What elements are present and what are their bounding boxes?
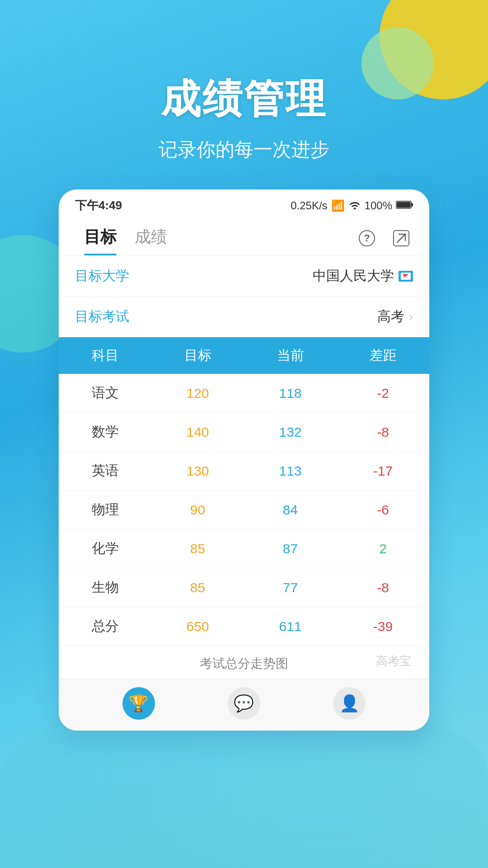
col-diff: 差距: [337, 337, 429, 374]
table-row: 英语130113-17: [59, 452, 429, 491]
flag-icon: 🚩: [399, 271, 413, 282]
cell-diff: 2: [337, 529, 429, 568]
status-right: 0.25K/s 📶 100%: [291, 199, 413, 212]
cell-current: 87: [244, 529, 337, 568]
battery-text: 100%: [365, 199, 392, 212]
status-time: 下午4:49: [75, 198, 122, 213]
exam-name: 高考: [377, 307, 404, 326]
target-university-value: 中国人民大学 🚩: [313, 267, 413, 285]
cell-subject: 化学: [59, 529, 151, 568]
phone-card: 下午4:49 0.25K/s 📶 100% 目标 成绩 ? 目标大学: [59, 189, 429, 731]
sub-title: 记录你的每一次进步: [0, 137, 488, 162]
help-button[interactable]: ?: [355, 226, 379, 250]
nav-btn-trophy[interactable]: 🏆: [122, 687, 155, 720]
svg-rect-1: [411, 203, 413, 207]
cell-subject: 数学: [59, 413, 151, 452]
cell-subject: 总分: [59, 607, 151, 646]
cell-current: 77: [244, 568, 337, 607]
cell-diff: -2: [337, 374, 429, 413]
cell-current: 132: [244, 413, 337, 452]
col-target: 目标: [151, 337, 244, 374]
cell-diff: -8: [337, 413, 429, 452]
tab-bar: 目标 成绩 ?: [59, 217, 429, 256]
wifi-icon: [348, 199, 361, 212]
cell-target: 85: [151, 529, 244, 568]
score-table: 科目 目标 当前 差距 语文120118-2数学140132-8英语130113…: [59, 337, 429, 646]
header-section: 成绩管理 记录你的每一次进步: [0, 0, 488, 162]
cell-target: 130: [151, 452, 244, 491]
table-header-row: 科目 目标 当前 差距: [59, 337, 429, 374]
cell-current: 113: [244, 452, 337, 491]
cell-subject: 语文: [59, 374, 151, 413]
main-title: 成绩管理: [0, 72, 488, 126]
table-row: 数学140132-8: [59, 413, 429, 452]
cell-diff: -8: [337, 568, 429, 607]
target-exam-row[interactable]: 目标考试 高考 ›: [59, 297, 429, 337]
cell-diff: -17: [337, 452, 429, 491]
col-subject: 科目: [59, 337, 151, 374]
cell-subject: 物理: [59, 491, 151, 529]
cell-target: 85: [151, 568, 244, 607]
signal-icon: 📶: [331, 199, 345, 212]
target-exam-label: 目标考试: [75, 307, 377, 326]
cell-diff: -6: [337, 491, 429, 529]
col-current: 当前: [244, 337, 337, 374]
table-row: 总分650611-39: [59, 607, 429, 646]
status-bar: 下午4:49 0.25K/s 📶 100%: [59, 189, 429, 217]
table-row: 生物8577-8: [59, 568, 429, 607]
watermark: 高考宝: [376, 653, 411, 669]
cell-target: 140: [151, 413, 244, 452]
nav-btn-profile[interactable]: 👤: [333, 687, 366, 720]
cell-target: 90: [151, 491, 244, 529]
table-row: 化学85872: [59, 529, 429, 568]
svg-line-6: [397, 234, 405, 242]
svg-rect-2: [397, 202, 411, 208]
cell-subject: 生物: [59, 568, 151, 607]
network-speed: 0.25K/s: [291, 199, 327, 212]
cell-current: 611: [244, 607, 337, 646]
tab-muban[interactable]: 目标: [75, 221, 126, 255]
svg-text:?: ?: [364, 232, 370, 244]
battery-icon: [396, 199, 413, 212]
table-row: 物理9084-6: [59, 491, 429, 529]
svg-text:🚩: 🚩: [403, 273, 409, 279]
cell-target: 120: [151, 374, 244, 413]
cell-subject: 英语: [59, 452, 151, 491]
export-button[interactable]: [389, 226, 413, 250]
cell-target: 650: [151, 607, 244, 646]
cell-diff: -39: [337, 607, 429, 646]
tab-icons: ?: [355, 226, 413, 250]
bottom-nav: 🏆 💬 👤: [59, 679, 429, 731]
nav-btn-chat[interactable]: 💬: [228, 687, 260, 720]
cell-current: 84: [244, 491, 337, 529]
target-university-row: 目标大学 中国人民大学 🚩: [59, 256, 429, 297]
bottom-hint: 考试总分走势图 高考宝: [59, 646, 429, 679]
cell-current: 118: [244, 374, 337, 413]
target-exam-value: 高考 ›: [377, 307, 413, 326]
university-name: 中国人民大学: [313, 267, 394, 285]
table-row: 语文120118-2: [59, 374, 429, 413]
target-university-label: 目标大学: [75, 267, 313, 285]
chevron-right-icon: ›: [409, 310, 413, 324]
tab-chengji[interactable]: 成绩: [126, 221, 176, 255]
